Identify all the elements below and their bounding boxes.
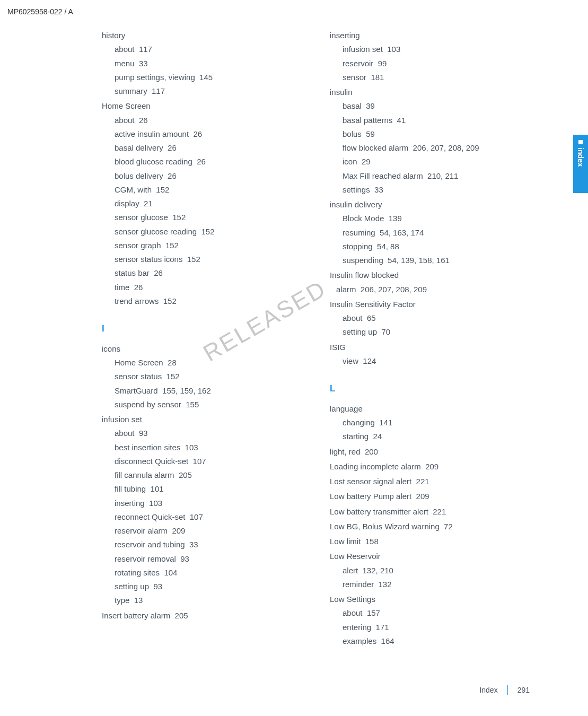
index-sub: bolus delivery 26 xyxy=(115,169,298,183)
index-sub: entering 171 xyxy=(343,621,526,634)
index-entry: Low BG, Bolus Wizard warning 72 xyxy=(330,520,526,534)
index-sub: about 157 xyxy=(343,606,526,620)
index-sub: inserting 103 xyxy=(115,496,298,510)
index-sub: basal delivery 26 xyxy=(115,141,298,155)
index-sub: resuming 54, 163, 174 xyxy=(343,226,526,240)
index-sub: sensor glucose 152 xyxy=(115,211,298,224)
index-sub: fill cannula alarm 205 xyxy=(115,468,298,482)
index-heading: insulin xyxy=(330,85,526,99)
index-sub: type 13 xyxy=(115,593,298,607)
index-entry: Low battery transmitter alert 221 xyxy=(330,505,526,519)
index-sub: about 117 xyxy=(115,42,298,56)
index-heading: Low Settings xyxy=(330,592,526,606)
index-sub: trend arrows 152 xyxy=(115,294,298,308)
index-entry: Lost sensor signal alert 221 xyxy=(330,475,526,488)
side-tab-label: index xyxy=(576,147,585,167)
index-sub: alarm 206, 207, 208, 209 xyxy=(336,283,526,296)
page-footer: Index 291 xyxy=(479,685,530,695)
index-sub: Block Mode 139 xyxy=(343,212,526,225)
index-sub: reservoir and tubing 33 xyxy=(115,538,298,552)
index-sub: fill tubing 101 xyxy=(115,482,298,496)
index-sub: Max Fill reached alarm 210, 211 xyxy=(343,169,526,183)
side-tab-index: index xyxy=(573,135,588,193)
index-sub: pump settings, viewing 145 xyxy=(115,71,298,84)
footer-divider xyxy=(507,685,508,695)
index-letter-l: L xyxy=(330,381,526,397)
index-sub: suspend by sensor 155 xyxy=(115,398,298,412)
index-heading: insulin delivery xyxy=(330,198,526,212)
index-sub: reservoir alarm 209 xyxy=(115,524,298,538)
footer-section-label: Index xyxy=(479,686,497,694)
index-sub: disconnect Quick-set 107 xyxy=(115,455,298,468)
index-heading: Low Reservoir xyxy=(330,549,526,563)
index-heading: icons xyxy=(102,342,298,356)
index-col-left: history about 117 menu 33 pump settings,… xyxy=(102,28,298,648)
index-sub: summary 117 xyxy=(115,84,298,98)
header-doc-code: MP6025958-022 / A xyxy=(7,7,73,16)
index-col-right: inserting infusion set 103 reservoir 99 … xyxy=(330,28,526,648)
index-entry: light, red 200 xyxy=(330,445,526,459)
footer-page-number: 291 xyxy=(517,686,530,694)
index-heading: Insulin Sensitivity Factor xyxy=(330,298,526,311)
square-icon xyxy=(578,140,583,144)
index-heading: ISIG xyxy=(330,340,526,354)
index-sub: reservoir 99 xyxy=(343,57,526,71)
index-sub: display 21 xyxy=(115,197,298,211)
index-sub: SmartGuard 155, 159, 162 xyxy=(115,384,298,398)
index-heading: history xyxy=(102,29,298,42)
index-sub: setting up 70 xyxy=(343,325,526,339)
index-sub: suspending 54, 139, 158, 161 xyxy=(343,254,526,267)
index-sub: active insulin amount 26 xyxy=(115,127,298,141)
index-sub: basal 39 xyxy=(343,99,526,113)
index-sub: view 124 xyxy=(343,354,526,368)
index-sub: sensor status icons 152 xyxy=(115,252,298,266)
index-sub: bolus 59 xyxy=(343,127,526,141)
index-sub: status bar 26 xyxy=(115,266,298,280)
index-sub: icon 29 xyxy=(343,155,526,169)
index-sub: about 65 xyxy=(343,311,526,325)
index-heading: infusion set xyxy=(102,413,298,426)
index-sub: sensor status 152 xyxy=(115,370,298,383)
index-sub: about 93 xyxy=(115,426,298,440)
index-sub: rotating sites 104 xyxy=(115,566,298,580)
index-sub: flow blocked alarm 206, 207, 208, 209 xyxy=(343,141,526,155)
index-sub: sensor glucose reading 152 xyxy=(115,225,298,239)
index-letter-i: I xyxy=(102,321,298,337)
index-sub: setting up 93 xyxy=(115,580,298,593)
index-sub: examples 164 xyxy=(343,634,526,648)
index-sub: infusion set 103 xyxy=(343,42,526,56)
index-content: history about 117 menu 33 pump settings,… xyxy=(102,28,526,648)
index-sub: reconnect Quick-set 107 xyxy=(115,510,298,524)
index-heading: Insulin flow blocked xyxy=(330,268,526,282)
index-entry: Low limit 158 xyxy=(330,535,526,548)
index-sub: menu 33 xyxy=(115,57,298,71)
index-heading: Home Screen xyxy=(102,99,298,113)
index-heading: inserting xyxy=(330,29,526,42)
index-sub: stopping 54, 88 xyxy=(343,240,526,254)
index-sub: alert 132, 210 xyxy=(343,564,526,578)
index-sub: CGM, with 152 xyxy=(115,183,298,197)
index-sub: settings 33 xyxy=(343,183,526,197)
index-sub: about 26 xyxy=(115,113,298,127)
index-entry: Low battery Pump alert 209 xyxy=(330,490,526,503)
index-sub: sensor 181 xyxy=(343,71,526,84)
index-sub: changing 141 xyxy=(343,416,526,430)
index-entry: Insert battery alarm 205 xyxy=(102,609,298,623)
index-sub: reservoir removal 93 xyxy=(115,552,298,566)
index-sub: Home Screen 28 xyxy=(115,356,298,370)
index-sub: starting 24 xyxy=(343,430,526,443)
index-heading: language xyxy=(330,402,526,416)
index-sub: time 26 xyxy=(115,281,298,294)
index-sub: basal patterns 41 xyxy=(343,113,526,127)
index-sub: blood glucose reading 26 xyxy=(115,155,298,169)
index-sub: sensor graph 152 xyxy=(115,239,298,252)
index-sub: best insertion sites 103 xyxy=(115,441,298,455)
index-entry: Loading incomplete alarm 209 xyxy=(330,460,526,474)
index-sub: reminder 132 xyxy=(343,578,526,591)
